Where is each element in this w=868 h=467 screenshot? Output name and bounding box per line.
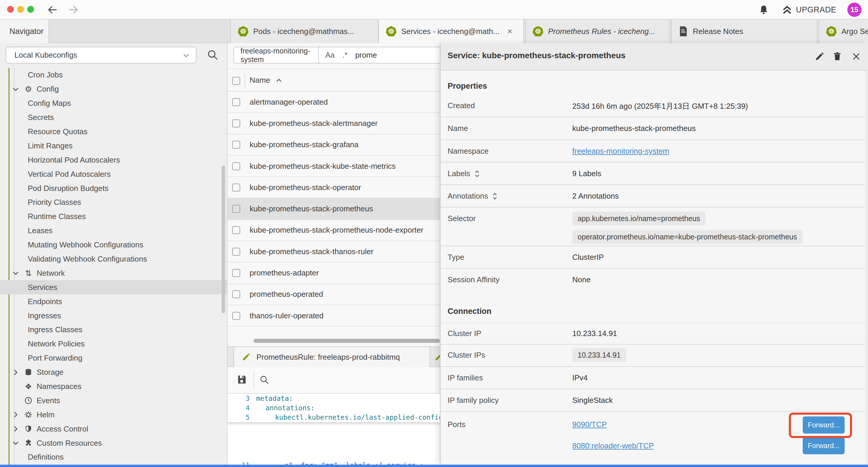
resource-tree: Cron Jobs ⚙ Config Config Maps Secrets R… [0, 68, 227, 465]
upgrade-button[interactable]: UPGRADE [782, 4, 836, 16]
tab-pods[interactable]: ☸ Pods - icecheng@mathmas... [230, 20, 378, 43]
sidebar-group-network[interactable]: ⇅ Network [0, 266, 227, 280]
row-checkbox[interactable] [232, 205, 240, 213]
unfold-icon[interactable] [474, 169, 480, 178]
kubernetes-icon: ☸ [238, 26, 248, 37]
sidebar-item-validating-webhook-configurations[interactable]: Validating Webhook Configurations [0, 252, 227, 266]
unfold-icon[interactable] [492, 192, 498, 201]
row-checkbox[interactable] [232, 269, 240, 277]
table-row[interactable]: prometheus-adapter [227, 262, 440, 284]
sidebar-item-priority-classes[interactable]: Priority Classes [0, 195, 227, 209]
row-checkbox[interactable] [232, 226, 240, 234]
sidebar-item-network-policies[interactable]: Network Policies [0, 337, 227, 351]
sidebar-item-config-maps[interactable]: Config Maps [0, 96, 227, 111]
table-row[interactable]: kube-prometheus-stack-alertmanager [227, 113, 440, 134]
row-checkbox[interactable] [232, 98, 240, 106]
sidebar-item-vertical-pod-autoscalers[interactable]: Vertical Pod Autoscalers [0, 167, 227, 181]
sidebar-item-pod-disruption-budgets[interactable]: Pod Disruption Budgets [0, 181, 227, 195]
detail-row-cluster-ip: Cluster IP 10.233.14.91 [440, 322, 868, 345]
window-zoom-button[interactable] [27, 6, 34, 13]
navigator-panel-tab[interactable]: Navigator [0, 20, 49, 43]
row-checkbox[interactable] [232, 290, 240, 298]
row-checkbox[interactable] [232, 183, 240, 192]
table-row[interactable]: kube-prometheus-stack-thanos-ruler [227, 241, 440, 262]
sidebar-item-namespaces[interactable]: ❖ Namespaces [0, 380, 227, 394]
table-row[interactable]: thanos-ruler-operated [227, 305, 440, 327]
edit-pencil-icon[interactable] [814, 52, 825, 61]
sidebar-item-mutating-webhook-configurations[interactable]: Mutating Webhook Configurations [0, 238, 227, 252]
sidebar-group-custom-resources[interactable]: Custom Resources [0, 436, 227, 450]
filter-input[interactable]: Aa .* prome [318, 47, 440, 63]
namespace-link[interactable]: freeleaps-monitoring-system [572, 147, 669, 155]
sidebar-item-secrets[interactable]: Secrets [0, 111, 227, 125]
sidebar-item-events[interactable]: Events [0, 393, 227, 408]
sidebar-scrollbar[interactable] [222, 166, 225, 313]
sidebar-item-port-forwarding[interactable]: Port Forwarding [0, 351, 227, 365]
table-row[interactable]: kube-prometheus-stack-operator [227, 177, 440, 198]
editor-dock-tabbar: PrometheusRule: freeleaps-prod-rabbitmq [227, 346, 440, 367]
kubeconfig-selector[interactable]: Local Kubeconfigs [6, 47, 196, 63]
table-row-selected[interactable]: kube-prometheus-stack-prometheus [227, 198, 440, 220]
notification-count-badge[interactable]: 15 [847, 3, 862, 17]
sidebar-item-definitions[interactable]: Definitions [0, 450, 227, 464]
table-row[interactable]: prometheus-operated [227, 284, 440, 305]
regex-toggle[interactable]: .* [342, 51, 347, 60]
window-minimize-button[interactable] [17, 6, 24, 13]
window-close-button[interactable] [7, 6, 14, 13]
sidebar-item-leases[interactable]: Leases [0, 224, 227, 238]
back-arrow-icon[interactable] [47, 4, 59, 16]
search-icon[interactable] [207, 49, 219, 61]
port-link-9090[interactable]: 9090/TCP [572, 420, 607, 429]
select-all-checkbox[interactable] [232, 77, 240, 85]
dock-tab-prometheusrule[interactable]: PrometheusRule: freeleaps-prod-rabbitmq [234, 347, 430, 367]
selector-badge: app.kubernetes.io/name=prometheus [572, 212, 706, 226]
yaml-editor[interactable]: 11 o", for: "nm", labels :{ service : 12… [227, 393, 440, 465]
tab-prometheus-rules[interactable]: ☸ Prometheus Rules - icecheng... [525, 20, 670, 43]
table-header: Name [227, 68, 440, 92]
notifications-bell-icon[interactable] [758, 4, 769, 16]
row-checkbox[interactable] [232, 248, 240, 256]
horizontal-scrollbar[interactable] [253, 339, 440, 343]
tab-services[interactable]: ☸ Services - icecheng@math... × [378, 20, 524, 43]
forward-arrow-icon[interactable] [67, 4, 79, 16]
sidebar-item-services[interactable]: Services [0, 280, 227, 294]
sidebar-group-storage[interactable]: Storage [0, 365, 227, 380]
sidebar-item-horizontal-pod-autoscalers[interactable]: Horizontal Pod Autoscalers [0, 153, 227, 167]
row-checkbox[interactable] [232, 162, 240, 170]
tab-strip: Navigator ☸ Pods - icecheng@mathmas... ☸… [0, 20, 868, 43]
tab-release-notes[interactable]: Release Notes [671, 20, 817, 43]
forward-button-8080[interactable]: Forward... [803, 437, 845, 454]
sidebar-group-helm[interactable]: Helm [0, 408, 227, 422]
sidebar-item-resource-quotas[interactable]: Resource Quotas [0, 125, 227, 139]
dock-tab-partial[interactable] [431, 347, 440, 367]
save-icon[interactable] [236, 374, 247, 385]
table-row[interactable]: alertmanager-operated [227, 92, 440, 113]
tab-argo[interactable]: ☸ Argo Se [818, 20, 868, 43]
close-icon[interactable] [851, 52, 861, 61]
details-scrollbar-track[interactable] [865, 70, 868, 465]
sidebar-item-endpoints[interactable]: Endpoints [0, 294, 227, 309]
sidebar-item-cron-jobs[interactable]: Cron Jobs [0, 68, 227, 82]
row-checkbox[interactable] [232, 312, 240, 320]
table-row[interactable]: kube-prometheus-stack-grafana [227, 135, 440, 156]
port-link-8080[interactable]: 8080:reloader-web/TCP [572, 441, 654, 450]
search-icon[interactable] [259, 375, 270, 385]
sidebar-group-access-control[interactable]: Access Control [0, 422, 227, 436]
kubernetes-icon: ☸ [533, 26, 543, 37]
tab-close-icon[interactable]: × [507, 26, 513, 36]
column-header-name[interactable]: Name [250, 76, 282, 85]
row-checkbox[interactable] [232, 141, 240, 149]
table-row[interactable]: kube-prometheus-stack-prometheus-node-ex… [227, 220, 440, 241]
sidebar-group-config[interactable]: ⚙ Config [0, 82, 227, 96]
sidebar-item-limit-ranges[interactable]: Limit Ranges [0, 139, 227, 153]
editor-sticky-line: 5 kubectl.kubernetes.io/last-applied-con… [227, 413, 440, 422]
row-checkbox[interactable] [232, 119, 240, 127]
sidebar-item-runtime-classes[interactable]: Runtime Classes [0, 209, 227, 224]
details-header: Service: kube-prometheus-stack-prometheu… [440, 43, 868, 70]
sidebar-item-ingress-classes[interactable]: Ingress Classes [0, 323, 227, 337]
sidebar-item-ingresses[interactable]: Ingresses [0, 309, 227, 323]
trash-icon[interactable] [832, 52, 842, 61]
annotation-highlight-box [789, 413, 852, 438]
match-case-toggle[interactable]: Aa [325, 51, 335, 60]
table-row[interactable]: kube-prometheus-stack-kube-state-metrics [227, 156, 440, 177]
